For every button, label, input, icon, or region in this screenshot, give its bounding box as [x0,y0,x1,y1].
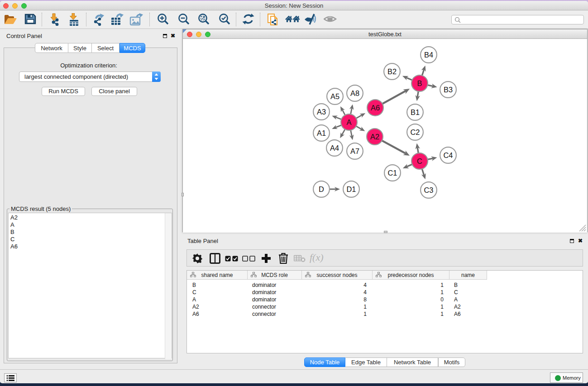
svg-text:A1: A1 [317,129,326,137]
svg-text:A2: A2 [370,133,379,141]
svg-text:C2: C2 [411,128,420,136]
svg-text:B2: B2 [387,67,397,76]
svg-text:C3: C3 [424,186,434,194]
svg-text:A: A [347,118,352,126]
svg-text:B4: B4 [424,51,433,59]
svg-text:A6: A6 [371,104,380,112]
svg-text:B1: B1 [411,108,420,116]
svg-text:B3: B3 [444,86,453,94]
svg-text:C: C [417,157,422,165]
svg-text:D: D [319,185,324,193]
svg-text:C4: C4 [444,151,453,159]
svg-text:A5: A5 [330,92,339,100]
svg-text:D1: D1 [347,185,356,193]
svg-text:B: B [417,79,422,87]
svg-text:A8: A8 [350,89,359,97]
svg-text:A7: A7 [350,147,359,155]
svg-text:C1: C1 [388,169,397,177]
svg-text:A3: A3 [317,108,326,116]
svg-text:A4: A4 [330,144,339,152]
